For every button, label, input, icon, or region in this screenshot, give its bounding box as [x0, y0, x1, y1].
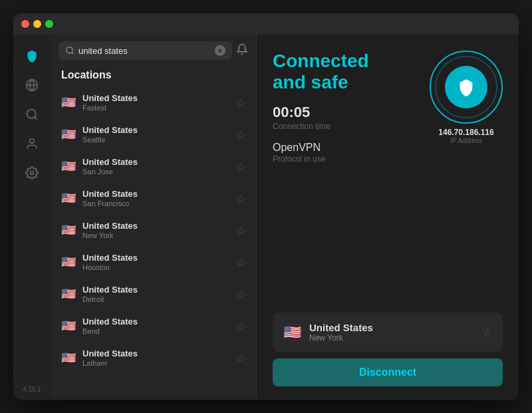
app-window: 4.15.1 × L — [13, 13, 519, 400]
favorite-button[interactable]: ☆ — [236, 192, 245, 205]
sidebar-item-search[interactable] — [20, 102, 44, 126]
protocol-section: OpenVPN Protocol in use — [273, 142, 419, 164]
svg-point-5 — [31, 172, 34, 175]
list-item[interactable]: 🇺🇸 United States New York ☆ — [51, 214, 256, 246]
location-flag: 🇺🇸 — [61, 319, 76, 333]
location-city: Seattle — [82, 136, 229, 144]
favorite-button[interactable]: ☆ — [236, 224, 245, 237]
location-info: United States San Jose — [82, 157, 229, 176]
protocol-label: Protocol in use — [273, 154, 419, 164]
connected-location-flag: 🇺🇸 — [283, 324, 301, 341]
location-info: United States Fastest — [82, 93, 229, 112]
user-icon — [25, 137, 39, 150]
location-info: United States Detroit — [82, 285, 229, 303]
bottom-section: 🇺🇸 United States New York ☆ Disconnect — [273, 313, 503, 386]
sidebar-item-account[interactable] — [20, 132, 44, 156]
favorite-button[interactable]: ☆ — [236, 128, 245, 141]
connection-time-label: Connection time — [273, 122, 419, 131]
shield-icon-inner — [457, 78, 475, 96]
connected-location-country: United States — [309, 322, 475, 333]
search-input-wrapper: × — [59, 41, 232, 60]
svg-line-7 — [72, 53, 74, 55]
sidebar-item-settings[interactable] — [20, 161, 44, 185]
connection-time-value: 00:05 — [273, 104, 419, 121]
shield-circle — [445, 66, 487, 108]
svg-point-2 — [27, 110, 36, 118]
connected-section: Connected and safe 00:05 Connection time… — [273, 51, 503, 164]
connected-title: Connected and safe — [273, 51, 419, 93]
connected-location-info: United States New York — [309, 322, 475, 343]
sidebar-item-vpn[interactable] — [20, 44, 44, 68]
notifications-button[interactable] — [236, 43, 248, 58]
location-country: United States — [82, 285, 229, 295]
gear-icon — [25, 166, 39, 180]
favorite-button[interactable]: ☆ — [236, 96, 245, 109]
location-info: United States Bend — [82, 317, 229, 335]
location-flag: 🇺🇸 — [61, 223, 76, 237]
version-label: 4.15.1 — [23, 386, 41, 400]
bell-icon — [236, 43, 248, 55]
location-city: San Jose — [82, 168, 229, 176]
shield-orb — [430, 51, 503, 124]
globe-icon — [25, 78, 39, 92]
search-icon — [25, 108, 39, 121]
location-flag: 🇺🇸 — [61, 350, 76, 365]
connected-location-city: New York — [309, 333, 475, 343]
svg-point-6 — [66, 47, 72, 53]
favorite-button[interactable]: ☆ — [236, 288, 245, 301]
location-info: United States Houston — [82, 253, 229, 271]
location-city: San Francisco — [82, 200, 229, 207]
connection-stats: 00:05 Connection time — [273, 104, 419, 131]
ip-address-block: 146.70.186.116 IP Address — [430, 128, 503, 144]
ip-address: 146.70.186.116 — [430, 128, 503, 137]
location-city: Fastest — [82, 104, 229, 112]
titlebar — [13, 13, 519, 35]
close-button[interactable] — [21, 20, 29, 28]
sidebar-item-globe[interactable] — [20, 73, 44, 97]
search-bar: × — [51, 35, 256, 67]
location-country: United States — [82, 189, 229, 199]
location-country: United States — [82, 125, 229, 135]
list-item[interactable]: 🇺🇸 United States Detroit ☆ — [51, 278, 256, 310]
clear-search-button[interactable]: × — [215, 45, 225, 56]
traffic-lights — [21, 20, 53, 28]
right-panel: Connected and safe 00:05 Connection time… — [257, 35, 519, 400]
list-item[interactable]: 🇺🇸 United States Houston ☆ — [51, 246, 256, 278]
locations-title: Locations — [51, 67, 256, 86]
location-list: 🇺🇸 United States Fastest ☆ 🇺🇸 United Sta… — [51, 86, 256, 400]
shield-icon — [25, 49, 39, 63]
location-country: United States — [82, 221, 229, 231]
location-city: New York — [82, 231, 229, 239]
location-country: United States — [82, 253, 229, 263]
svg-line-3 — [35, 117, 37, 120]
shield-orb-area: 146.70.186.116 IP Address — [430, 51, 503, 144]
favorite-button[interactable]: ☆ — [236, 320, 245, 333]
location-city: Latham — [82, 359, 229, 367]
maximize-button[interactable] — [45, 20, 53, 28]
favorite-button[interactable]: ☆ — [236, 160, 245, 173]
list-item[interactable]: 🇺🇸 United States Fastest ☆ — [51, 86, 256, 118]
minimize-button[interactable] — [33, 20, 41, 28]
location-city: Detroit — [82, 295, 229, 303]
location-flag: 🇺🇸 — [61, 159, 76, 174]
connected-location-favorite-button[interactable]: ☆ — [483, 326, 492, 339]
disconnect-button[interactable]: Disconnect — [273, 358, 503, 386]
list-item[interactable]: 🇺🇸 United States Seattle ☆ — [51, 118, 256, 150]
list-item[interactable]: 🇺🇸 United States Latham ☆ — [51, 342, 256, 374]
location-city: Bend — [82, 327, 229, 335]
location-country: United States — [82, 348, 229, 358]
app-body: 4.15.1 × L — [13, 35, 519, 400]
list-item[interactable]: 🇺🇸 United States San Jose ☆ — [51, 150, 256, 182]
svg-point-4 — [30, 139, 35, 144]
search-input[interactable] — [78, 46, 211, 56]
search-input-icon — [65, 46, 74, 55]
sidebar: 4.15.1 — [13, 35, 51, 400]
favorite-button[interactable]: ☆ — [236, 352, 245, 364]
list-item[interactable]: 🇺🇸 United States San Francisco ☆ — [51, 182, 256, 214]
list-item[interactable]: 🇺🇸 United States Bend ☆ — [51, 310, 256, 342]
left-panel: × Locations 🇺🇸 United States Fastest ☆ — [51, 35, 257, 400]
favorite-button[interactable]: ☆ — [236, 256, 245, 269]
connected-location-card: 🇺🇸 United States New York ☆ — [273, 313, 503, 352]
ip-label: IP Address — [430, 137, 503, 144]
location-flag: 🇺🇸 — [61, 191, 76, 206]
